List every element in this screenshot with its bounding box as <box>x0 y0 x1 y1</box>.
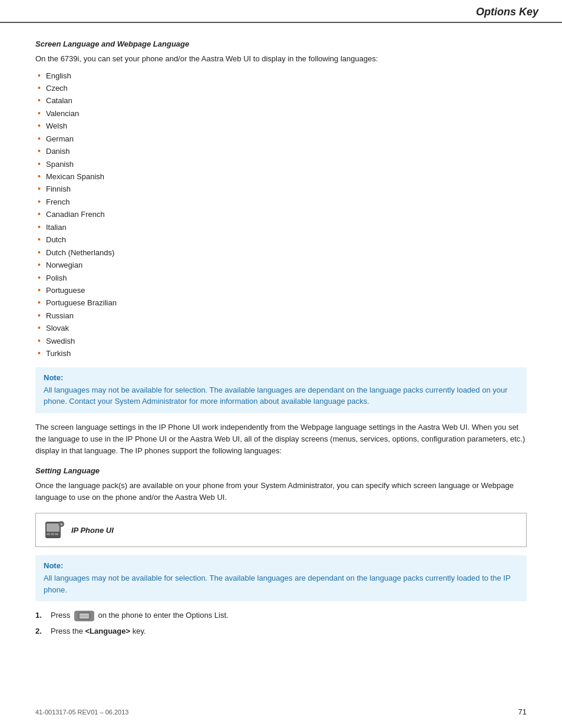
steps-list: 1.Press on the phone to enter the Option… <box>35 610 527 638</box>
page-title: Options Key <box>476 6 538 18</box>
section2-heading: Setting Language <box>35 466 527 475</box>
list-item: Norwegian <box>35 259 527 271</box>
list-item: Russian <box>35 309 527 322</box>
options-button-icon <box>74 611 94 621</box>
step-content: Press on the phone to enter the Options … <box>51 610 527 622</box>
svg-rect-4 <box>55 533 58 535</box>
note2-text: All languages may not be available for s… <box>44 572 518 595</box>
svg-text:≡: ≡ <box>60 522 62 526</box>
intro-text: On the 6739i, you can set your phone and… <box>35 53 527 65</box>
list-item: English <box>35 70 527 82</box>
bold-text: <Language> <box>85 627 131 635</box>
list-item: Czech <box>35 82 527 94</box>
list-item: Danish <box>35 145 527 157</box>
list-item: Welsh <box>35 120 527 132</box>
note-box-2: Note: All languages may not be available… <box>35 555 527 601</box>
list-item: Italian <box>35 221 527 233</box>
list-item: Dutch <box>35 233 527 246</box>
list-item: Spanish <box>35 158 527 170</box>
page-footer: 41-001317-05 REV01 – 06.2013 71 <box>35 707 527 716</box>
body-paragraph: The screen language settings in the IP P… <box>35 421 527 457</box>
section1-heading: Screen Language and Webpage Language <box>35 39 527 48</box>
list-item: Finnish <box>35 183 527 195</box>
note1-text: All languages may not be available for s… <box>44 384 518 407</box>
page-container: Options Key Screen Language and Webpage … <box>0 0 562 728</box>
ipphone-ui-box: ≡ IP Phone UI <box>35 513 527 547</box>
list-item: Turkish <box>35 347 527 360</box>
step-number: 1. <box>35 610 47 622</box>
page-number: 71 <box>518 707 527 716</box>
footer-left: 41-001317-05 REV01 – 06.2013 <box>35 709 128 716</box>
list-item: Valencian <box>35 107 527 120</box>
section2-intro: Once the language pack(s) are available … <box>35 480 527 503</box>
language-list: EnglishCzechCatalanValencianWelshGermanD… <box>35 70 527 360</box>
list-item: German <box>35 133 527 145</box>
list-item: Portuguese Brazilian <box>35 297 527 309</box>
list-item: Mexican Spanish <box>35 170 527 183</box>
list-item: Dutch (Netherlands) <box>35 246 527 259</box>
note-box-1: Note: All languages may not be available… <box>35 367 527 413</box>
list-item: Slovak <box>35 322 527 334</box>
step-content: Press the <Language> key. <box>51 625 527 638</box>
svg-rect-1 <box>47 523 59 532</box>
step-number: 2. <box>35 625 47 638</box>
note1-label: Note: <box>44 373 518 382</box>
ipphone-ui-label: IP Phone UI <box>71 526 114 535</box>
svg-rect-2 <box>47 533 50 535</box>
page-header: Options Key <box>0 0 562 23</box>
steps-list-item: 1.Press on the phone to enter the Option… <box>35 610 527 622</box>
list-item: Portuguese <box>35 284 527 297</box>
ipphone-icon: ≡ <box>44 519 65 541</box>
steps-list-item: 2.Press the <Language> key. <box>35 625 527 638</box>
main-content: Screen Language and Webpage Language On … <box>0 23 562 661</box>
svg-rect-3 <box>51 533 54 535</box>
note2-label: Note: <box>44 561 518 570</box>
list-item: Swedish <box>35 335 527 347</box>
list-item: Catalan <box>35 94 527 107</box>
list-item: French <box>35 196 527 208</box>
list-item: Canadian French <box>35 208 527 220</box>
list-item: Polish <box>35 272 527 284</box>
